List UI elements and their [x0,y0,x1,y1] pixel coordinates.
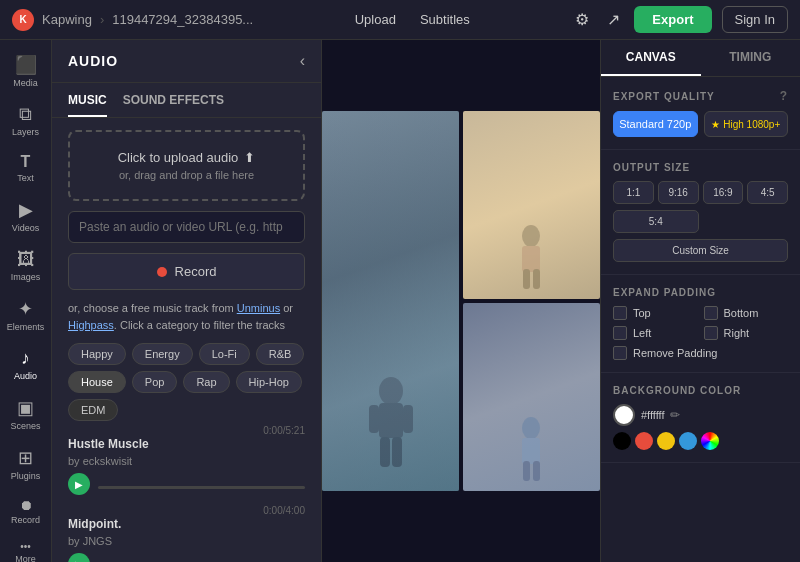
genre-rnb[interactable]: R&B [256,343,305,365]
svg-rect-7 [522,246,540,272]
size-9-16[interactable]: 9:16 [658,181,699,204]
sidebar-item-more[interactable]: ••• More [4,535,48,562]
photo-collage [322,111,600,491]
remove-padding-button[interactable]: Remove Padding [613,346,788,360]
highpass-link[interactable]: Highpass [68,319,114,331]
track-1-artist: by eckskwisit [68,455,132,467]
genre-energy[interactable]: Energy [132,343,193,365]
person-silhouette-1 [361,371,421,471]
sidebar-item-layers[interactable]: ⧉ Layers [4,98,48,143]
sidebar-item-videos[interactable]: ▶ Videos [4,193,48,239]
tab-music[interactable]: MUSIC [68,93,107,117]
svg-rect-5 [392,437,402,467]
color-black[interactable] [613,432,631,450]
upload-text: Click to upload audio ⬆ [82,150,291,165]
color-swatch-white[interactable] [613,404,635,426]
track-1-play-button[interactable]: ▶ [68,473,90,495]
pen-icon[interactable]: ✏ [670,408,680,422]
genre-house[interactable]: House [68,371,126,393]
tab-canvas[interactable]: CANVAS [601,40,701,76]
upload-box[interactable]: Click to upload audio ⬆ or, drag and dro… [68,130,305,201]
background-color-section: BACKGROUND COLOR #ffffff ✏ [601,373,800,463]
help-icon[interactable]: ? [780,89,788,103]
padding-right[interactable]: Right [704,326,789,340]
genre-edm[interactable]: EDM [68,399,118,421]
upload-link[interactable]: Upload [355,12,396,27]
url-input[interactable] [68,211,305,243]
padding-options: Top Bottom Left Right [613,306,788,340]
signin-button[interactable]: Sign In [722,6,788,33]
track-1-progress[interactable] [98,486,305,489]
custom-size-button[interactable]: Custom Size [613,239,788,262]
svg-point-0 [379,377,403,405]
quality-standard[interactable]: Standard 720p [613,111,698,137]
genre-happy[interactable]: Happy [68,343,126,365]
track-item-2: Midpoint. 0:00/4:00 by JNGS ▶ [68,511,305,562]
svg-rect-2 [369,405,379,433]
free-music-text: or, choose a free music track from Unmin… [68,300,305,333]
color-red[interactable] [635,432,653,450]
sidebar-label-audio: Audio [14,371,37,381]
track-2-play-button[interactable]: ▶ [68,553,90,562]
padding-top[interactable]: Top [613,306,698,320]
person-silhouette-3 [509,413,554,483]
size-4-5[interactable]: 4:5 [747,181,788,204]
tab-timing[interactable]: TIMING [701,40,801,76]
padding-bottom[interactable]: Bottom [704,306,789,320]
left-sidebar: ⬛ Media ⧉ Layers T Text ▶ Videos 🖼 Image… [0,40,52,562]
color-rainbow[interactable] [701,432,719,450]
sidebar-item-scenes[interactable]: ▣ Scenes [4,391,48,437]
export-quality-title: EXPORT QUALITY ? [613,89,788,103]
checkbox-right[interactable] [704,326,718,340]
sidebar-item-images[interactable]: 🖼 Images [4,243,48,288]
layers-icon: ⧉ [19,104,32,125]
sidebar-item-elements[interactable]: ✦ Elements [4,292,48,338]
settings-icon[interactable]: ⚙ [571,6,593,33]
genre-lofi[interactable]: Lo-Fi [199,343,250,365]
star-icon: ★ [711,119,720,130]
quality-high[interactable]: ★ High 1080p+ [704,111,789,137]
genre-hiphop[interactable]: Hip-Hop [236,371,302,393]
photo-cell-1 [322,111,459,491]
checkbox-left[interactable] [613,326,627,340]
genre-rap[interactable]: Rap [183,371,229,393]
share-icon[interactable]: ↗ [603,6,624,33]
svg-rect-11 [522,438,540,464]
sidebar-item-audio[interactable]: ♪ Audio [4,342,48,387]
track-1-time: 0:00/5:21 [263,425,305,451]
record-icon: ⏺ [19,497,33,513]
color-yellow[interactable] [657,432,675,450]
more-icon: ••• [20,541,31,552]
track-2-time: 0:00/4:00 [263,505,305,531]
panel-collapse-button[interactable]: ‹ [300,52,305,70]
padding-left[interactable]: Left [613,326,698,340]
color-row: #ffffff ✏ [613,404,788,450]
svg-rect-13 [523,461,530,481]
size-16-9[interactable]: 16:9 [703,181,744,204]
sidebar-item-text[interactable]: T Text [4,147,48,189]
svg-rect-12 [533,461,540,481]
color-dots [613,432,719,450]
person-silhouette-2 [509,221,554,291]
subtitles-link[interactable]: Subtitles [420,12,470,27]
tab-sound-effects[interactable]: SOUND EFFECTS [123,93,224,117]
checkbox-bottom[interactable] [704,306,718,320]
svg-point-6 [522,225,540,247]
genre-pop[interactable]: Pop [132,371,178,393]
size-1-1[interactable]: 1:1 [613,181,654,204]
topbar: K Kapwing › 119447294_32384395... Upload… [0,0,800,40]
size-5-4[interactable]: 5:4 [613,210,699,233]
color-blue[interactable] [679,432,697,450]
topbar-left: K Kapwing › 119447294_32384395... [12,9,253,31]
checkbox-top[interactable] [613,306,627,320]
export-button[interactable]: Export [634,6,711,33]
sidebar-item-record[interactable]: ⏺ Record [4,491,48,531]
checkbox-remove[interactable] [613,346,627,360]
record-button[interactable]: Record [68,253,305,290]
sidebar-item-plugins[interactable]: ⊞ Plugins [4,441,48,487]
sidebar-item-media[interactable]: ⬛ Media [4,48,48,94]
track-2-name: Midpoint. [68,517,121,531]
elements-icon: ✦ [18,298,33,320]
unminus-link[interactable]: Unminus [237,302,280,314]
sidebar-label-layers: Layers [12,127,39,137]
